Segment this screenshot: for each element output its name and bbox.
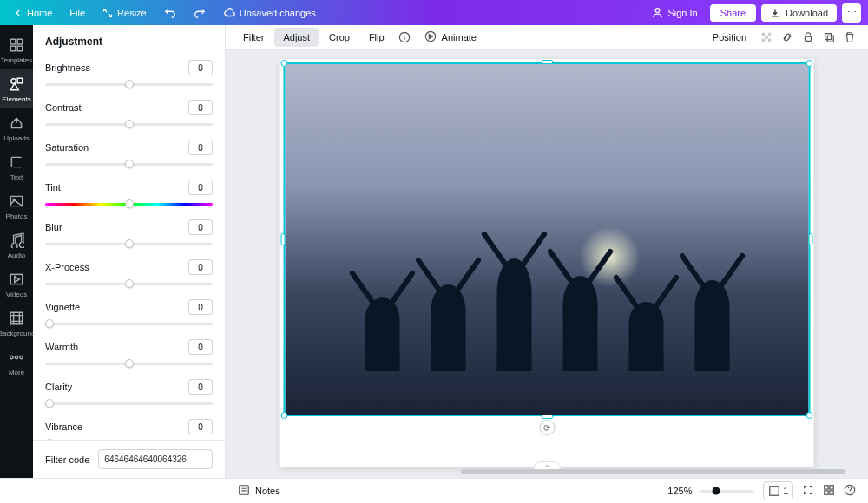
lefticon-more[interactable]: More: [0, 343, 33, 382]
lefticon-audio[interactable]: Audio: [0, 225, 33, 265]
slider-thumb[interactable]: [125, 80, 134, 88]
slider-thumb[interactable]: [45, 319, 54, 328]
info-button[interactable]: [395, 28, 414, 47]
panel-title: Adjustment: [33, 25, 225, 55]
slider-track[interactable]: [45, 197, 213, 211]
resize-handle-mt[interactable]: [541, 60, 553, 64]
slider-thumb[interactable]: [45, 439, 54, 440]
slider-value-input[interactable]: [188, 219, 213, 235]
slider-label: Brightness: [45, 62, 90, 73]
svg-rect-15: [762, 33, 766, 36]
slider-track[interactable]: [45, 436, 213, 440]
page-wrap: ⟳ ⌃: [280, 59, 814, 467]
delete-button[interactable]: [840, 28, 859, 47]
resize-button[interactable]: Resize: [95, 4, 154, 22]
signin-button[interactable]: Sign In: [645, 3, 704, 22]
slider-thumb[interactable]: [125, 120, 134, 128]
slider-track[interactable]: [45, 237, 213, 251]
svg-rect-1: [10, 39, 16, 44]
filter-button[interactable]: Filter: [234, 28, 273, 47]
slider-value-input[interactable]: [188, 140, 213, 155]
slider-track[interactable]: [45, 157, 213, 171]
slider-track[interactable]: [45, 117, 213, 131]
left-icon-rail: TemplatesElementsUploadsTextPhotosAudioV…: [0, 25, 33, 478]
resize-handle-bl[interactable]: [281, 412, 288, 419]
file-button[interactable]: File: [62, 4, 92, 22]
slider-thumb[interactable]: [45, 399, 54, 408]
share-button[interactable]: Share: [710, 4, 756, 22]
zoom-slider[interactable]: [700, 490, 754, 493]
slider-value-input[interactable]: [188, 379, 213, 395]
slider-track[interactable]: [45, 396, 213, 410]
resize-handle-tr[interactable]: [806, 60, 813, 67]
notes-button[interactable]: Notes: [238, 484, 280, 498]
canvas-viewport[interactable]: ⟳ ⌃: [226, 50, 868, 478]
svg-point-0: [656, 9, 661, 13]
slider-thumb[interactable]: [125, 239, 134, 248]
lock-button[interactable]: [799, 28, 818, 47]
flip-button[interactable]: Flip: [360, 28, 393, 47]
slider-thumb[interactable]: [125, 199, 134, 208]
fullscreen-button[interactable]: [802, 484, 814, 498]
link-button[interactable]: [778, 28, 797, 47]
lefticon-videos[interactable]: Videos: [0, 265, 33, 304]
position-button[interactable]: Position: [704, 28, 755, 47]
slider-thumb[interactable]: [125, 359, 134, 368]
slider-track[interactable]: [45, 77, 213, 91]
page[interactable]: ⟳: [280, 59, 814, 467]
lefticon-templates[interactable]: Templates: [0, 30, 33, 69]
lefticon-text[interactable]: Text: [0, 147, 33, 186]
slider-track[interactable]: [45, 317, 213, 330]
svg-rect-2: [17, 39, 23, 44]
slider-value-input[interactable]: [188, 259, 213, 275]
resize-handle-br[interactable]: [806, 412, 813, 419]
horizontal-scrollbar[interactable]: [455, 469, 851, 476]
resize-handle-mr[interactable]: [809, 233, 813, 245]
lefticon-elements[interactable]: Elements: [0, 69, 33, 108]
redo-button[interactable]: [187, 3, 213, 23]
more-button[interactable]: ⋯: [842, 3, 861, 23]
rotate-handle[interactable]: ⟳: [539, 420, 555, 435]
grid-button[interactable]: [823, 484, 835, 498]
zoom-thumb[interactable]: [712, 487, 720, 495]
lefticon-background[interactable]: Background: [0, 304, 33, 343]
resize-handle-mb[interactable]: [541, 415, 553, 419]
resize-handle-ml[interactable]: [281, 233, 286, 245]
help-button[interactable]: [844, 484, 856, 498]
slider-value-input[interactable]: [188, 339, 213, 355]
resize-handle-tl[interactable]: [281, 60, 288, 67]
animate-button[interactable]: Animate: [416, 26, 485, 49]
slider-value-input[interactable]: [188, 100, 213, 115]
crop-button[interactable]: Crop: [320, 28, 358, 47]
slider-thumb[interactable]: [125, 279, 134, 288]
page-indicator[interactable]: 1: [763, 481, 793, 500]
dots-icon: ⋯: [847, 7, 857, 18]
slider-label: Blur: [45, 222, 62, 232]
selected-image[interactable]: ⟳: [284, 62, 811, 416]
slider-value-input[interactable]: [188, 419, 213, 434]
slider-thumb[interactable]: [125, 160, 134, 168]
download-button[interactable]: Download: [761, 4, 837, 22]
undo-button[interactable]: [157, 3, 183, 23]
lefticon-photos[interactable]: Photos: [0, 186, 33, 225]
slider-value-input[interactable]: [188, 180, 213, 195]
slider-track[interactable]: [45, 356, 213, 370]
slider-value-input[interactable]: [188, 60, 213, 75]
cloud-icon: [223, 7, 235, 19]
svg-rect-22: [827, 36, 833, 42]
unsaved-status: Unsaved changes: [216, 3, 323, 23]
filter-code-input[interactable]: [98, 449, 213, 469]
transparency-button[interactable]: [757, 28, 776, 47]
slider-blur: Blur: [45, 214, 213, 251]
slider-track[interactable]: [45, 277, 213, 291]
slider-contrast: Contrast: [45, 95, 213, 131]
lefticon-uploads[interactable]: Uploads: [0, 108, 33, 147]
adjustment-panel: Adjustment BrightnessContrastSaturationT…: [33, 25, 226, 478]
slider-value-input[interactable]: [188, 299, 213, 315]
adjust-button[interactable]: Adjust: [274, 28, 319, 47]
svg-rect-26: [830, 486, 833, 489]
slider-label: Contrast: [45, 102, 82, 113]
home-button[interactable]: Home: [7, 4, 59, 22]
zoom-level[interactable]: 125%: [667, 486, 692, 496]
duplicate-button[interactable]: [819, 28, 838, 47]
